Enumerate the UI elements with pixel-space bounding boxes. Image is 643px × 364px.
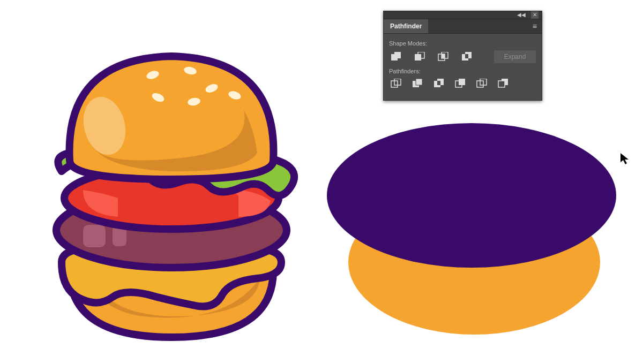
svg-rect-21 — [498, 81, 505, 87]
pathfinders-label: Pathfinders: — [389, 68, 536, 74]
ellipse-shapes[interactable] — [327, 123, 627, 361]
svg-rect-9 — [465, 54, 468, 58]
svg-rect-6 — [442, 54, 445, 58]
tab-pathfinder[interactable]: Pathfinder — [384, 19, 428, 33]
outline-icon[interactable] — [475, 78, 489, 89]
svg-rect-18 — [459, 79, 465, 85]
cursor-icon — [620, 153, 630, 168]
pathfinder-panel: ◀◀ ✕ Pathfinder ≡ Shape Modes: Expand Pa… — [383, 11, 542, 101]
burger-illustration — [32, 37, 311, 361]
unite-icon[interactable] — [389, 51, 403, 63]
minus-front-icon[interactable] — [413, 51, 427, 63]
crop-icon[interactable] — [453, 78, 467, 89]
expand-button[interactable]: Expand — [494, 50, 536, 64]
panel-title-bar[interactable]: ◀◀ ✕ — [384, 11, 542, 19]
panel-menu-icon[interactable]: ≡ — [533, 22, 537, 31]
svg-rect-13 — [416, 79, 422, 85]
pathfinders-row — [389, 78, 536, 89]
exclude-icon[interactable] — [460, 51, 474, 63]
collapse-icon[interactable]: ◀◀ — [517, 12, 526, 18]
minus-back-icon[interactable] — [496, 78, 510, 89]
svg-rect-23 — [83, 225, 106, 247]
svg-rect-16 — [437, 81, 440, 85]
trim-icon[interactable] — [410, 78, 424, 89]
svg-point-34 — [327, 123, 616, 268]
panel-tab-strip: Pathfinder ≡ — [384, 19, 542, 34]
shape-modes-row: Expand — [389, 50, 536, 64]
merge-icon[interactable] — [432, 78, 446, 89]
divide-icon[interactable] — [389, 78, 403, 89]
close-icon[interactable]: ✕ — [531, 11, 539, 19]
panel-body: Shape Modes: Expand Pathfinders: — [384, 34, 542, 100]
shape-modes-label: Shape Modes: — [389, 40, 536, 47]
intersect-icon[interactable] — [436, 51, 450, 63]
svg-rect-1 — [394, 52, 401, 58]
